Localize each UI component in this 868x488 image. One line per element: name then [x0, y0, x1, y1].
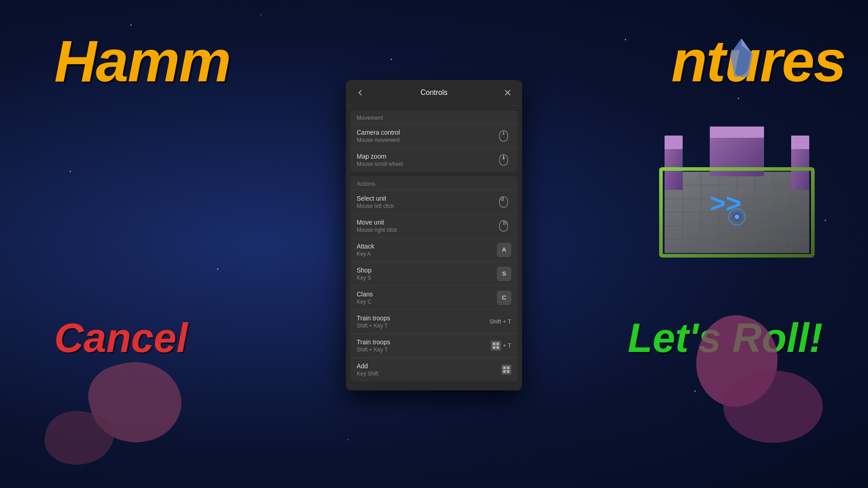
- clans-item[interactable]: Clans Key C C: [350, 286, 518, 310]
- add-badge: [501, 365, 511, 375]
- select-unit-key: Mouse left click: [357, 203, 394, 209]
- train-troops-win-name: Train troops: [357, 338, 390, 346]
- svg-rect-38: [493, 343, 495, 345]
- clans-name: Clans: [357, 291, 373, 298]
- clans-badge: C: [497, 291, 511, 305]
- modal-body: Movement Camera control Mouse movement: [346, 106, 522, 390]
- back-button[interactable]: [354, 86, 367, 99]
- map-zoom-badge: [496, 153, 511, 167]
- add-name: Add: [357, 362, 378, 370]
- actions-section: Actions Select unit Mouse left click: [350, 176, 518, 381]
- attack-item[interactable]: Attack Key A A: [350, 238, 518, 262]
- move-unit-name: Move unit: [357, 219, 397, 226]
- shop-item[interactable]: Shop Key S S: [350, 262, 518, 286]
- shop-badge: S: [497, 267, 511, 281]
- select-unit-name: Select unit: [357, 195, 394, 202]
- train-troops-win-item[interactable]: Train troops Shift + Key T + T: [350, 333, 518, 357]
- modal-header: Controls: [346, 80, 522, 106]
- add-key: Key Shift: [357, 371, 378, 377]
- controls-modal: Controls Movement Camera control Mouse m…: [346, 80, 522, 390]
- train-troops-item[interactable]: Train troops Shift + Key T Shift + T: [350, 310, 518, 333]
- train-troops-key: Shift + Key T: [357, 323, 390, 329]
- select-unit-item[interactable]: Select unit Mouse left click: [350, 190, 518, 214]
- move-unit-item[interactable]: Move unit Mouse right click: [350, 214, 518, 238]
- close-button[interactable]: [501, 86, 514, 99]
- camera-control-name: Camera control: [357, 129, 400, 136]
- camera-control-item[interactable]: Camera control Mouse movement: [350, 124, 518, 148]
- svg-rect-39: [496, 343, 499, 345]
- attack-key: Key A: [357, 251, 374, 257]
- train-troops-win-badge: + T: [491, 341, 511, 351]
- svg-rect-42: [503, 366, 506, 369]
- svg-point-33: [503, 156, 505, 158]
- win-plus-t-label: + T: [503, 342, 511, 349]
- svg-rect-40: [493, 346, 495, 349]
- map-zoom-key: Mouse scroll wheel: [357, 161, 403, 167]
- attack-badge: A: [497, 243, 511, 257]
- camera-control-key: Mouse movement: [357, 137, 400, 143]
- train-troops-name: Train troops: [357, 314, 390, 322]
- attack-name: Attack: [357, 243, 374, 250]
- map-zoom-item[interactable]: Map zoom Mouse scroll wheel: [350, 148, 518, 172]
- movement-section-header: Movement: [350, 110, 518, 124]
- train-troops-win-key: Shift + Key T: [357, 347, 390, 353]
- svg-point-28: [503, 132, 505, 134]
- actions-section-header: Actions: [350, 176, 518, 190]
- move-unit-badge: [496, 219, 511, 233]
- svg-rect-43: [507, 366, 509, 369]
- map-zoom-name: Map zoom: [357, 153, 403, 160]
- windows-icon: [491, 341, 501, 351]
- select-unit-badge: [496, 195, 511, 209]
- train-troops-badge: Shift + T: [489, 318, 511, 325]
- move-unit-key: Mouse right click: [357, 227, 397, 233]
- svg-rect-44: [503, 370, 506, 373]
- clans-key: Key C: [357, 299, 373, 305]
- add-windows-icon: [501, 365, 511, 375]
- shift-label: Shift + T: [489, 318, 511, 325]
- camera-control-badge: [496, 129, 511, 143]
- shop-key: Key S: [357, 275, 372, 281]
- svg-rect-45: [507, 370, 509, 373]
- modal-title: Controls: [367, 89, 501, 97]
- add-item[interactable]: Add Key Shift: [350, 357, 518, 381]
- svg-rect-41: [496, 346, 499, 349]
- shop-name: Shop: [357, 267, 372, 274]
- modal-overlay: Controls Movement Camera control Mouse m…: [0, 0, 868, 488]
- movement-section: Movement Camera control Mouse movement: [350, 110, 518, 172]
